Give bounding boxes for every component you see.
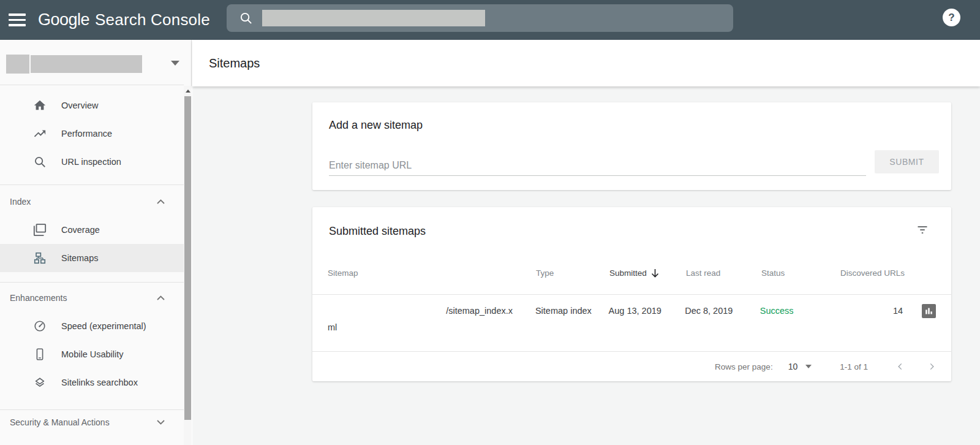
divider <box>0 184 184 185</box>
table-row[interactable]: /sitemap_index.x ml Sitemap index Aug 13… <box>328 294 936 351</box>
help-button[interactable]: ? <box>943 9 960 26</box>
search-query-redacted <box>262 10 485 26</box>
page-header: Sitemaps <box>192 40 980 86</box>
sidebar-item-coverage[interactable]: Coverage <box>0 216 184 244</box>
sidebar-item-mobile-usability[interactable]: Mobile Usability <box>0 340 184 368</box>
main-content: Sitemaps Add a new sitemap SUBMIT Submit… <box>192 40 980 445</box>
section-label: Security & Manual Actions <box>10 417 110 427</box>
sidebar-item-label: Performance <box>61 129 112 139</box>
sitemap-url-input[interactable] <box>329 155 866 176</box>
menu-icon[interactable] <box>9 13 26 26</box>
search-icon <box>239 11 253 25</box>
column-header-status[interactable]: Status <box>761 268 840 278</box>
submitted-sitemaps-title: Submitted sitemaps <box>329 225 426 238</box>
sort-arrow-down-icon <box>651 268 659 278</box>
column-header-type[interactable]: Type <box>536 268 609 278</box>
sidebar-item-url-inspection[interactable]: URL inspection <box>0 148 184 176</box>
property-search-box[interactable] <box>227 4 733 32</box>
top-app-bar: Google Search Console ? <box>0 0 980 40</box>
logo-product-text: Search Console <box>95 10 210 29</box>
page-title: Sitemaps <box>209 40 260 86</box>
sidebar-item-label: URL inspection <box>61 157 121 167</box>
cell-last-read: Dec 8, 2019 <box>685 303 760 319</box>
rows-per-page-label: Rows per page: <box>715 362 773 371</box>
google-search-console-app: Google Search Console ? Overview Perform… <box>0 0 980 445</box>
smartphone-icon <box>33 348 47 361</box>
layers-icon <box>33 376 47 389</box>
column-header-sitemap[interactable]: Sitemap <box>328 268 536 278</box>
column-header-label: Submitted <box>609 268 647 278</box>
sidebar-item-label: Mobile Usability <box>61 349 124 359</box>
table-header-row: Sitemap Type Submitted Last read Status … <box>328 261 936 285</box>
column-header-discovered-urls[interactable]: Discovered URLs <box>840 268 911 278</box>
see-details-button[interactable] <box>922 304 936 318</box>
add-sitemap-title: Add a new sitemap <box>329 119 423 132</box>
next-page-icon[interactable] <box>927 362 936 371</box>
section-label: Index <box>10 197 31 207</box>
sidebar-section-enhancements[interactable]: Enhancements <box>0 284 184 311</box>
section-label: Enhancements <box>10 293 67 303</box>
app-logo: Google Search Console <box>38 0 210 40</box>
scrollbar-up-arrow-icon[interactable] <box>184 86 192 96</box>
chevron-down-icon <box>157 420 165 425</box>
logo-google-text: Google <box>38 10 89 29</box>
divider <box>0 282 184 283</box>
help-icon: ? <box>948 12 954 24</box>
rows-per-page-caret-icon[interactable] <box>805 365 812 368</box>
divider <box>0 85 184 85</box>
speed-gauge-icon <box>33 319 47 333</box>
sidebar-item-label: Overview <box>61 101 98 110</box>
sidebar-item-sitelinks-searchbox[interactable]: Sitelinks searchbox <box>0 368 184 397</box>
sidebar-item-label: Sitemaps <box>61 253 98 263</box>
sidebar-item-label: Coverage <box>61 225 100 235</box>
chevron-up-icon <box>157 295 165 300</box>
submitted-sitemaps-card: Submitted sitemaps Sitemap Type Submitte… <box>312 207 951 381</box>
cell-status: Success <box>760 303 839 319</box>
cell-type: Sitemap index <box>535 303 609 319</box>
filter-list-icon[interactable] <box>916 224 929 236</box>
sidebar-scrollbar[interactable] <box>184 86 192 445</box>
search-icon <box>33 155 47 169</box>
pagination-range: 1-1 of 1 <box>840 362 868 371</box>
sidebar-item-label: Speed (experimental) <box>61 321 146 331</box>
sidebar: Overview Performance URL inspection Inde… <box>0 40 192 445</box>
scrollbar-thumb[interactable] <box>184 96 191 420</box>
cell-sitemap: /sitemap_index.x ml <box>328 303 535 336</box>
sidebar-item-speed[interactable]: Speed (experimental) <box>0 312 184 340</box>
trending-up-icon <box>33 127 47 140</box>
coverage-pages-icon <box>33 223 47 237</box>
sitemap-url-line2: ml <box>328 319 535 336</box>
chevron-up-icon <box>157 199 165 204</box>
submit-button[interactable]: SUBMIT <box>875 150 939 173</box>
sidebar-item-sitemaps[interactable]: Sitemaps <box>0 244 184 272</box>
home-icon <box>33 99 47 112</box>
sidebar-section-index[interactable]: Index <box>0 188 184 215</box>
add-sitemap-card: Add a new sitemap SUBMIT <box>312 102 951 190</box>
rows-per-page-value[interactable]: 10 <box>788 362 798 371</box>
sitemap-url-line1: /sitemap_index.x <box>328 303 513 319</box>
property-favicon-redacted <box>6 55 29 74</box>
sitemaps-tree-icon <box>33 251 47 265</box>
cell-discovered-urls: 14 <box>839 303 909 319</box>
column-header-submitted[interactable]: Submitted <box>609 268 686 278</box>
cell-submitted: Aug 13, 2019 <box>609 303 685 319</box>
column-header-last-read[interactable]: Last read <box>686 268 761 278</box>
pagination-bar: Rows per page: 10 1-1 of 1 <box>312 352 951 381</box>
previous-page-icon[interactable] <box>896 362 905 371</box>
property-name-redacted <box>31 55 142 73</box>
sidebar-section-security[interactable]: Security & Manual Actions <box>0 409 184 436</box>
property-selector-caret-icon[interactable] <box>171 61 179 66</box>
sidebar-item-overview[interactable]: Overview <box>0 91 184 120</box>
sidebar-item-performance[interactable]: Performance <box>0 120 184 148</box>
sidebar-item-label: Sitelinks searchbox <box>61 378 138 387</box>
bar-chart-icon <box>924 306 934 316</box>
